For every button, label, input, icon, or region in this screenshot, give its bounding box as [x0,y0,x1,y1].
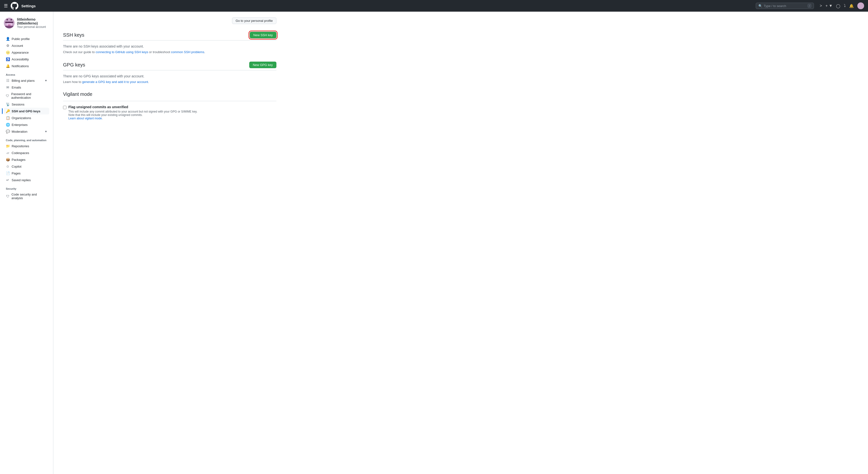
svg-rect-2 [11,19,12,21]
search-icon: 🔍 [758,4,762,8]
person-icon: 👤 [6,37,10,41]
sidebar-nav-item-emails[interactable]: ✉ Emails [4,84,49,91]
sidebar-nav-item-moderation[interactable]: 💬 Moderation ▼ [4,128,49,135]
main-content: Go to your personal profile SSH keys New… [53,12,286,474]
user-avatar[interactable] [857,2,864,9]
github-logo[interactable] [11,2,19,10]
svg-rect-3 [5,22,13,23]
hamburger-menu-icon[interactable]: ☰ [4,3,8,8]
shield-icon: 🛡 [6,94,9,98]
sidebar-nav-item-code-security[interactable]: 🛡 Code security and analysis [4,191,49,201]
ssh-troubleshoot-link[interactable]: common SSH problems [171,50,204,54]
sidebar-nav-item-pages[interactable]: 📄 Pages [4,170,49,177]
search-kbd: / [808,4,811,8]
chevron-down-icon-moderation: ▼ [44,130,47,133]
sidebar-nav-item-enterprises[interactable]: 🌐 Enterprises [4,121,49,128]
topnav-actions: > + ▼ ◯ ⤵ 🔔 [820,2,864,9]
vigilant-divider [63,101,276,101]
sidebar-nav-item-appearance[interactable]: 🌝 Appearance [4,49,49,56]
sidebar-profile: littleinferno (littleinferno) Your perso… [4,18,49,33]
terminal-icon[interactable]: > [820,4,822,8]
vigilant-mode-section: Vigilant mode Flag unsigned commits as u… [63,91,276,120]
sidebar-nav-item-billing[interactable]: ☷ Billing and plans ▼ [4,77,49,84]
codespaces-icon: ▱ [6,151,10,155]
pull-request-icon[interactable]: ⤵ [844,4,846,8]
sidebar-username: littleinferno (littleinferno) [17,18,49,25]
vigilant-checkbox-row: Flag unsigned commits as unverified This… [63,105,276,120]
comment-icon: 💬 [6,129,10,134]
chevron-down-icon: ▼ [44,79,47,82]
sidebar-nav-item-packages[interactable]: 📦 Packages [4,156,49,163]
svg-rect-6 [5,26,13,28]
timer-icon[interactable]: ◯ [836,4,840,8]
gpg-guide-link[interactable]: generate a GPG key and add it to your ac… [82,80,148,84]
paintbrush-icon: 🌝 [6,51,10,54]
page-title: Settings [21,4,36,8]
sidebar-nav-item-sessions[interactable]: 📡 Sessions [4,101,49,108]
sidebar-nav-item-ssh-gpg[interactable]: 🔑 SSH and GPG keys [4,108,49,115]
search-placeholder: Type / to search [764,4,806,8]
vigilant-mode-checkbox[interactable] [63,106,66,109]
code-security-icon: 🛡 [6,194,9,198]
sidebar-nav-item-account[interactable]: ⚙ Account [4,42,49,49]
gpg-empty-message: There are no GPG keys associated with yo… [63,74,276,78]
code-section-label: Code, planning, and automation [4,135,49,143]
gear-icon: ⚙ [6,44,10,48]
gpg-keys-header: GPG keys New GPG key [63,62,276,70]
sidebar: littleinferno (littleinferno) Your perso… [0,12,53,474]
ssh-keys-title: SSH keys [63,32,84,38]
gpg-help-text: Learn how to generate a GPG key and add … [63,80,276,84]
ssh-guide-link[interactable]: connecting to GitHub using SSH keys [96,50,148,54]
new-ssh-key-button[interactable]: New SSH key [250,32,276,38]
topnav: ☰ Settings 🔍 Type / to search / > + ▼ ◯ … [0,0,868,12]
bell-icon: 🔔 [6,64,10,68]
ssh-keys-section: SSH keys New SSH key There are no SSH ke… [63,32,276,54]
repo-icon: 📁 [6,144,10,148]
mail-icon: ✉ [6,85,10,89]
sidebar-nav-item-notifications[interactable]: 🔔 Notifications [4,63,49,69]
vigilant-mode-title: Vigilant mode [63,91,276,97]
gpg-keys-title: GPG keys [63,62,85,68]
sidebar-nav-item-repositories[interactable]: 📁 Repositories [4,143,49,149]
inbox-icon[interactable]: 🔔 [849,4,854,8]
pages-icon: 📄 [6,171,10,175]
accessibility-icon: ♿ [6,57,10,61]
sidebar-nav-item-public-profile[interactable]: 👤 Public profile [4,35,49,42]
sidebar-nav-item-codespaces[interactable]: ▱ Codespaces [4,149,49,156]
sidebar-nav-item-copilot[interactable]: ✩ Copilot [4,163,49,170]
go-to-profile-button[interactable]: Go to your personal profile [232,18,276,24]
sidebar-subtitle: Your personal account [17,25,49,29]
vigilant-description: This will include any commit attributed … [68,110,197,120]
page-container: littleinferno (littleinferno) Your perso… [0,0,868,474]
global-search[interactable]: 🔍 Type / to search / [756,3,814,9]
sidebar-nav-item-organizations[interactable]: 📋 Organizations [4,115,49,121]
globe-icon: 🌐 [6,123,10,127]
gpg-keys-section: GPG keys New GPG key There are no GPG ke… [63,62,276,84]
sidebar-nav-item-password[interactable]: 🛡 Password and authentication [4,91,49,101]
reply-icon: ↵ [6,178,10,182]
sidebar-nav-item-accessibility[interactable]: ♿ Accessibility [4,56,49,63]
new-gpg-key-button[interactable]: New GPG key [249,62,276,68]
security-section-label: Security [4,183,49,191]
sidebar-nav-item-saved-replies[interactable]: ↵ Saved replies [4,177,49,183]
vigilant-checkbox-label[interactable]: Flag unsigned commits as unverified [68,105,128,109]
avatar [4,18,14,28]
sidebar-profile-info: littleinferno (littleinferno) Your perso… [17,18,49,29]
creditcard-icon: ☷ [6,79,10,83]
plus-dropdown-icon[interactable]: + ▼ [825,4,833,8]
profile-header: Go to your personal profile [63,18,276,24]
vigilant-learn-link[interactable]: Learn about vigilant mode [68,117,102,120]
svg-rect-1 [6,19,8,21]
organization-icon: 📋 [6,116,10,120]
key-icon: 🔑 [6,109,10,113]
access-section-label: Access [4,69,49,77]
ssh-keys-header: SSH keys New SSH key [63,32,276,40]
broadcast-icon: 📡 [6,102,10,106]
ssh-empty-message: There are no SSH keys associated with yo… [63,45,276,48]
ssh-help-text: Check out our guide to connecting to Git… [63,50,276,54]
copilot-icon: ✩ [6,165,10,168]
svg-rect-5 [8,25,11,26]
package-icon: 📦 [6,158,10,161]
